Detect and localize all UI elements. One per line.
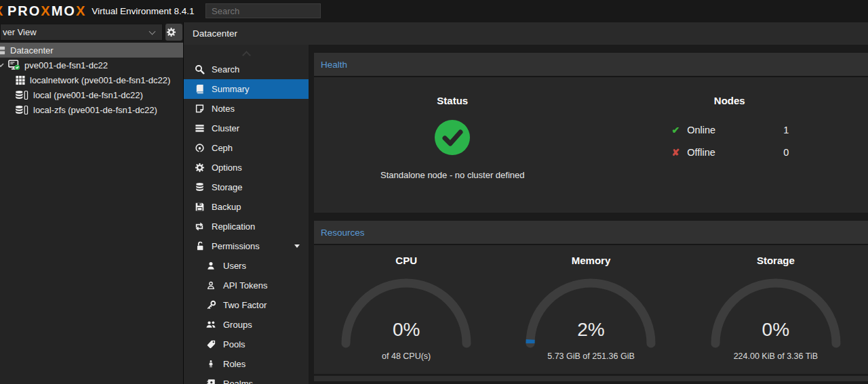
- datacenter-menu: SearchSummaryNotesClusterCephOptionsStor…: [184, 45, 309, 384]
- menu-item-label: Backup: [212, 202, 241, 212]
- tag-icon: [205, 339, 217, 350]
- node-status-value: 1: [783, 125, 789, 135]
- menu-item-groups[interactable]: Groups: [184, 315, 309, 335]
- menu-item-label: Roles: [223, 359, 245, 369]
- node-icon: [8, 60, 20, 70]
- address-book-icon: [205, 379, 217, 384]
- proxmox-logo: PROXMOX: [7, 3, 86, 19]
- green-check-circle-icon: [435, 120, 470, 155]
- gauge-heading: Memory: [498, 255, 683, 266]
- menu-item-roles[interactable]: Roles: [184, 354, 309, 374]
- check-icon: ✔: [670, 125, 681, 135]
- gear-icon: [193, 163, 205, 173]
- global-search-input[interactable]: [205, 3, 321, 18]
- tree-item-label: pve001-de-fsn1-dc22: [24, 60, 108, 70]
- menu-item-permissions[interactable]: Permissions: [184, 236, 309, 256]
- tree-item-local-pve001-de-fsn1-dc22[interactable]: local (pve001-de-fsn1-dc22): [0, 87, 183, 102]
- chevron-up-icon: [242, 51, 251, 60]
- menu-item-label: Search: [212, 64, 239, 74]
- status-column: Status Standalone node - no cluster defi…: [314, 77, 591, 213]
- page-title: Datacenter: [193, 28, 237, 39]
- chevron-down-icon: [149, 28, 156, 35]
- menu-item-label: Users: [223, 261, 246, 271]
- app-version-subtitle: Virtual Environment 8.4.1: [92, 6, 194, 16]
- gauge-column-storage: Storage 0%224.00 KiB of 3.36 TiB: [684, 245, 868, 374]
- status-heading: Status: [314, 95, 591, 106]
- menu-item-backup[interactable]: Backup: [184, 197, 309, 217]
- menu-item-replication[interactable]: Replication: [184, 217, 309, 236]
- next-panel-edge: [314, 376, 868, 381]
- user-icon: [205, 261, 217, 272]
- menu-item-options[interactable]: Options: [184, 158, 309, 177]
- menu-item-label: Groups: [223, 320, 252, 330]
- menu-item-storage[interactable]: Storage: [184, 177, 309, 197]
- menu-item-realms[interactable]: Realms: [184, 374, 309, 384]
- gauge-column-memory: Memory 2%5.73 GiB of 251.36 GiB: [498, 245, 683, 374]
- users-icon: [205, 320, 217, 330]
- cross-icon: ✘: [670, 147, 681, 158]
- user-o-icon: [205, 280, 217, 291]
- retweet-icon: [193, 221, 205, 232]
- tree-item-label: local-zfs (pve001-de-fsn1-dc22): [33, 105, 157, 115]
- unlock-icon: [193, 241, 205, 252]
- menu-scroll-up-indicator[interactable]: [184, 45, 309, 60]
- menu-item-api-tokens[interactable]: API Tokens: [184, 276, 309, 295]
- tree-item-pve001-de-fsn1-dc22[interactable]: pve001-de-fsn1-dc22: [0, 58, 183, 72]
- floppy-icon: [193, 202, 205, 213]
- menu-item-label: Summary: [212, 84, 250, 94]
- nodes-table: ✔Online1✘Offline0: [670, 119, 789, 163]
- book-icon: [193, 84, 205, 95]
- gauge-subtitle: 5.73 GiB of 251.36 GiB: [498, 351, 683, 361]
- status-message: Standalone node - no cluster defined: [314, 170, 591, 180]
- gauge-percent: 0%: [708, 319, 844, 341]
- menu-item-label: Realms: [223, 379, 253, 384]
- network-icon: [15, 75, 26, 85]
- menu-item-summary[interactable]: Summary: [184, 79, 309, 99]
- menu-item-search[interactable]: Search: [184, 60, 309, 79]
- menu-item-label: Replication: [212, 221, 255, 232]
- menu-item-notes[interactable]: Notes: [184, 99, 309, 119]
- storage-icon: [15, 90, 29, 100]
- gauge-heading: CPU: [314, 255, 498, 266]
- resources-panel-body: CPU 0%of 48 CPU(s)Memory 2%5.73 GiB of 2…: [314, 245, 868, 374]
- view-selector-dropdown[interactable]: ver View: [0, 24, 163, 41]
- menu-item-label: API Tokens: [223, 280, 268, 291]
- tree-expand-caret-icon[interactable]: [0, 61, 5, 69]
- magnifier-icon: [193, 64, 205, 75]
- nodes-column: Nodes ✔Online1✘Offline0: [591, 77, 868, 213]
- gauge-column-cpu: CPU 0%of 48 CPU(s): [314, 245, 498, 374]
- tree-item-local-zfs-pve001-de-fsn1-dc22[interactable]: local-zfs (pve001-de-fsn1-dc22): [0, 102, 183, 117]
- health-panel-body: Status Standalone node - no cluster defi…: [314, 77, 868, 213]
- menu-item-pools[interactable]: Pools: [184, 335, 309, 354]
- tree-settings-button[interactable]: [165, 24, 182, 41]
- logo-clipped-x: X: [0, 3, 7, 19]
- node-status-row-offline: ✘Offline0: [670, 141, 789, 163]
- male-icon: [205, 359, 217, 370]
- menu-item-label: Cluster: [212, 123, 239, 133]
- menu-item-label: Pools: [223, 339, 245, 349]
- resources-panel-title: Resources: [321, 228, 365, 238]
- tree-item-label: Datacenter: [10, 45, 54, 56]
- main-content: Health Status Standalone node - no clust…: [309, 45, 868, 384]
- resources-panel-header: Resources: [314, 221, 868, 245]
- tree-item-datacenter[interactable]: Datacenter: [0, 43, 183, 58]
- health-panel-title: Health: [321, 60, 347, 70]
- menu-item-users[interactable]: Users: [184, 256, 309, 276]
- menu-item-label: Options: [212, 163, 242, 173]
- key-icon: [205, 300, 217, 311]
- menu-item-two-factor[interactable]: Two Factor: [184, 295, 309, 315]
- caret-down-icon[interactable]: [294, 244, 300, 248]
- note-icon: [193, 104, 205, 114]
- node-status-row-online: ✔Online1: [670, 119, 789, 141]
- menu-item-ceph[interactable]: Ceph: [184, 138, 309, 158]
- menu-item-label: Permissions: [212, 241, 260, 251]
- node-status-value: 0: [783, 147, 789, 158]
- tree-item-label: local (pve001-de-fsn1-dc22): [33, 90, 143, 100]
- gear-icon: [165, 27, 177, 38]
- tree-item-localnetwork-pve001-de-fsn1-dc22[interactable]: localnetwork (pve001-de-fsn1-dc22): [0, 72, 183, 87]
- database-icon: [193, 182, 205, 193]
- menu-item-label: Notes: [212, 104, 235, 114]
- storage-icon: [15, 105, 29, 115]
- nodes-heading: Nodes: [591, 95, 868, 106]
- menu-item-cluster[interactable]: Cluster: [184, 119, 309, 138]
